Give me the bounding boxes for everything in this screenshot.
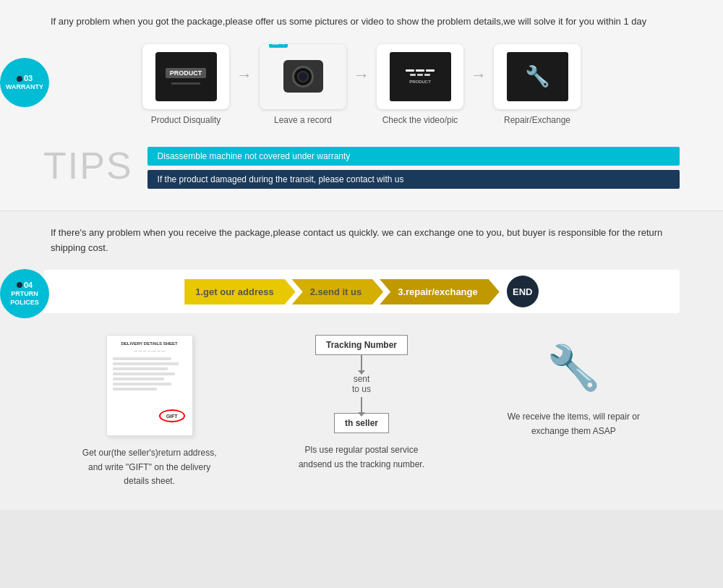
flow-label-repair: Repair/Exchange	[504, 115, 570, 125]
info-col-delivery: DELIVERY DETAILS SHEET — — — — — — — GIF…	[48, 335, 251, 488]
tools-icon: 🔧	[541, 335, 606, 400]
return-badge: 04 PRTURN POLICES	[0, 269, 49, 318]
info-col-tracking: Tracking Number sentto us th seller Pls …	[260, 335, 463, 471]
track-arrow-1	[361, 355, 362, 371]
step-end-label: END	[507, 276, 539, 307]
flow-item-record: MP4 Leave a record	[260, 44, 346, 125]
warranty-badge: 03 WARRANTY	[0, 58, 49, 107]
gift-circle: GIFT	[159, 409, 185, 422]
sheet-title: DELIVERY DETAILS SHEET	[113, 341, 187, 346]
return-info-grid: DELIVERY DETAILS SHEET — — — — — — — GIF…	[43, 335, 680, 488]
track-arrow-2	[361, 397, 362, 413]
flow-item-product: PRODUCT Product Disquality	[142, 44, 229, 125]
arrow-2: →	[354, 66, 369, 85]
warranty-flow: PRODUCT Product Disquality → MP4 Le	[43, 44, 680, 125]
tools-caption: We receive the items, will repair or exc…	[501, 410, 646, 438]
record-icon-box: MP4	[260, 44, 346, 109]
info-col-tools: 🔧 We receive the items, will repair or e…	[472, 335, 675, 438]
flow-label-record: Leave a record	[274, 115, 332, 125]
delivery-caption: Get our(the seller's)return address, and…	[77, 446, 222, 488]
return-section: If there's any problem when you receive …	[0, 211, 723, 510]
tracking-diagram: Tracking Number sentto us th seller	[315, 335, 408, 433]
tracking-number-box: Tracking Number	[315, 335, 408, 355]
delivery-sheet: DELIVERY DETAILS SHEET — — — — — — — GIF…	[106, 335, 193, 436]
arrow-1: →	[236, 66, 252, 85]
tip-1: Disassemble machine not covered under wa…	[147, 147, 680, 166]
flow-label-check: Check the video/pic	[382, 115, 458, 125]
flow-item-repair: 🔧 Repair/Exchange	[494, 44, 581, 125]
product-icon-box: PRODUCT	[142, 44, 229, 109]
return-intro-text: If there's any problem when you receive …	[43, 226, 680, 256]
sheet-subtitle: — — — — — — —	[113, 349, 187, 353]
step-2-label: 2.send it us	[292, 279, 384, 304]
tips-title: TIPS	[43, 147, 133, 184]
check-icon-box: PRODUCT	[377, 44, 463, 109]
arrow-3: →	[471, 66, 487, 85]
warranty-intro-text: If any problem when you got the package,…	[43, 14, 680, 30]
step-1-label: 1.get our address	[184, 279, 295, 304]
warranty-section: If any problem when you got the package,…	[0, 0, 723, 211]
tip-2: If the product damaged during the transi…	[147, 170, 680, 189]
step-3-label: 3.repair/exchange	[380, 279, 500, 304]
repair-icon-box: 🔧	[494, 44, 581, 109]
tracking-sent-label: sentto us	[352, 371, 371, 397]
flow-item-check: PRODUCT Check the video/pic	[377, 44, 463, 125]
flow-label-product: Product Disquality	[151, 115, 221, 125]
tips-section: TIPS Disassemble machine not covered und…	[43, 140, 680, 189]
tips-boxes: Disassemble machine not covered under wa…	[147, 147, 680, 189]
return-flow: 1.get our address 2.send it us 3.repair/…	[43, 270, 680, 313]
tracking-caption: Pls use regular postal service andsend u…	[289, 443, 434, 471]
